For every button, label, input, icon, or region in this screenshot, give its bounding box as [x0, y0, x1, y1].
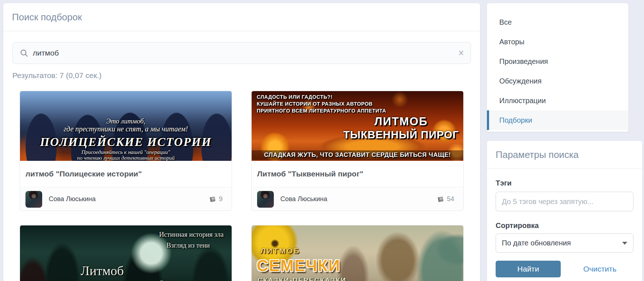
cover-title: ЛИТМОБ	[343, 115, 460, 128]
collection-cover[interactable]: СЛАДОСТЬ ИЛИ ГАДОСТЬ?! КУШАЙТЕ ИСТОРИИ О…	[252, 91, 463, 161]
params-title: Параметры поиска	[496, 148, 633, 161]
search-params-panel: Параметры поиска Тэги Сортировка По дате…	[487, 141, 642, 281]
tags-label: Тэги	[496, 179, 633, 187]
works-count: 54	[447, 195, 454, 203]
cover-subtitle: по чтению лучших детективных историй	[20, 155, 232, 161]
sort-label: Сортировка	[496, 221, 633, 230]
collections-grid: Это литмоб, где преступники не спят, а м…	[20, 91, 480, 281]
search-box: ×	[12, 42, 471, 64]
cover-tagline: КУШАЙТЕ ИСТОРИИ ОТ РАЗНЫХ АВТОРОВ	[257, 101, 373, 107]
nav-item-authors[interactable]: Авторы	[487, 32, 628, 52]
chevron-down-icon	[622, 242, 627, 245]
cover-title: ПОЛИЦЕЙСКИЕ ИСТОРИИ	[20, 135, 232, 149]
params-divider	[487, 168, 642, 169]
cover-tagline: Взгляд из тени	[167, 241, 210, 249]
card-footer: Сова Люськина 54	[252, 187, 463, 211]
cover-subtitle: Присоединяйтесь к нашей "операции"	[20, 149, 232, 155]
cover-tagline: ПРИЯТНОГО ВСЕМ ЛИТЕРАТУРНОГО АППЕТИТА	[257, 108, 386, 114]
cover-subtitle: СЛАДКАЯ ЖУТЬ, ЧТО ЗАСТАВИТ СЕРДЦЕ БИТЬСЯ…	[252, 150, 463, 160]
works-count-badge: 54	[437, 195, 458, 203]
works-count-badge: 9	[209, 195, 226, 203]
book-icon	[437, 196, 444, 203]
card-footer: Сова Люськина 9	[20, 187, 232, 211]
works-count: 9	[219, 195, 223, 203]
cover-tagline: Это литмоб,	[20, 117, 232, 125]
nav-item-collections[interactable]: Подборки	[487, 110, 628, 130]
author-avatar[interactable]	[257, 191, 274, 208]
cover-title: Литмоб	[20, 263, 184, 278]
cover-tagline: СЛАДОСТЬ ИЛИ ГАДОСТЬ?!	[257, 94, 332, 100]
collection-card: Истинная история зла Взгляд из тени Литм…	[20, 225, 232, 281]
collection-cover[interactable]: Это литмоб, где преступники не спят, а м…	[20, 91, 232, 161]
collection-cover[interactable]: Истинная история зла Взгляд из тени Литм…	[20, 225, 232, 281]
cover-title: СЕМЕЧКИ	[257, 257, 341, 275]
tags-input[interactable]	[496, 192, 633, 211]
header-divider	[3, 31, 480, 31]
cover-tagline: где преступники не спят, а мы читаем!	[20, 125, 232, 133]
collection-card: Это литмоб, где преступники не спят, а м…	[20, 91, 232, 211]
author-avatar[interactable]	[25, 191, 42, 208]
cover-subtitle: СКАЗКИ-ПЕРЕСКАЗКИ	[257, 276, 346, 281]
collection-card: ЛИТМОБ СЕМЕЧКИ СКАЗКИ-ПЕРЕСКАЗКИ	[251, 225, 464, 281]
cover-subtitle: Разные авторы	[160, 279, 199, 281]
page-title: Поиск подборок	[12, 10, 471, 24]
cover-tagline: ЛИТМОБ	[260, 247, 300, 255]
clear-search-icon[interactable]: ×	[458, 48, 464, 58]
results-count: Результатов: 7 (0,07 сек.)	[12, 71, 471, 80]
search-categories-nav: Все Авторы Произведения Обсуждения Иллюс…	[487, 3, 628, 132]
cover-title: ТЫКВЕННЫЙ ПИРОГ	[343, 129, 460, 141]
search-icon	[20, 49, 28, 57]
nav-item-illustrations[interactable]: Иллюстрации	[487, 91, 628, 110]
nav-item-works[interactable]: Произведения	[487, 52, 628, 71]
search-results-panel: Поиск подборок × Результатов: 7 (0,07 се…	[3, 3, 480, 281]
search-input[interactable]	[33, 49, 463, 57]
reset-filters-link[interactable]: Очистить	[583, 265, 616, 273]
collection-title-link[interactable]: литмоб "Полицеские истории"	[20, 161, 232, 187]
params-actions: Найти Очистить	[496, 261, 633, 277]
author-name-link[interactable]: Сова Люськина	[49, 195, 96, 203]
cover-tagline: Истинная история зла	[159, 231, 224, 239]
panel-header: Поиск подборок	[3, 3, 480, 31]
collection-card: СЛАДОСТЬ ИЛИ ГАДОСТЬ?! КУШАЙТЕ ИСТОРИИ О…	[251, 91, 464, 211]
sort-selected-value: По дате обновления	[502, 239, 571, 247]
book-icon	[209, 196, 216, 203]
nav-item-discussions[interactable]: Обсуждения	[487, 71, 628, 91]
collection-title-link[interactable]: Литмоб "Тыквенный пирог"	[252, 161, 463, 187]
sort-select[interactable]: По дате обновления	[496, 233, 633, 253]
author-name-link[interactable]: Сова Люськина	[280, 195, 327, 203]
collection-cover[interactable]: ЛИТМОБ СЕМЕЧКИ СКАЗКИ-ПЕРЕСКАЗКИ	[252, 225, 463, 281]
nav-item-all[interactable]: Все	[487, 12, 628, 32]
find-button[interactable]: Найти	[496, 261, 561, 277]
